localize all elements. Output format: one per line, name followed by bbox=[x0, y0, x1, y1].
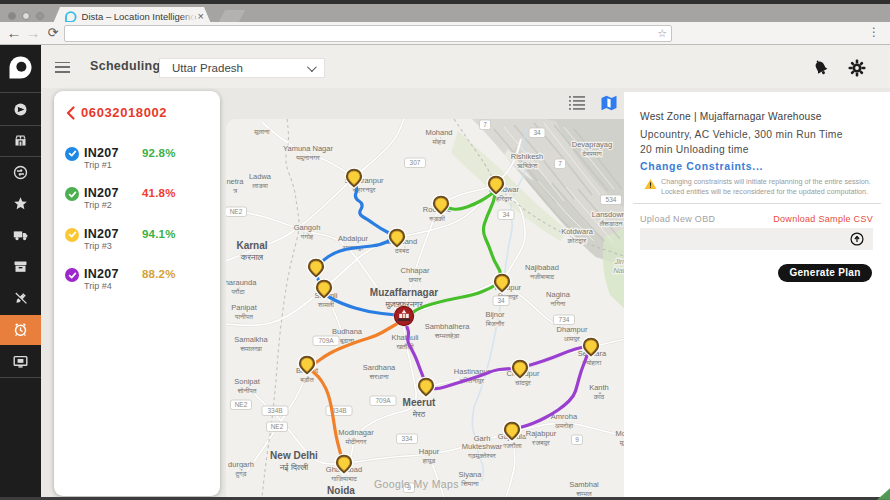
stop-marker[interactable] bbox=[419, 379, 433, 395]
svg-text:मुलाना: मुलाना bbox=[253, 128, 270, 136]
sidebar bbox=[0, 45, 41, 497]
window-maximize-button[interactable] bbox=[36, 12, 44, 20]
svg-text:मोहंड: मोहंड bbox=[432, 137, 447, 144]
stop-marker[interactable] bbox=[317, 281, 331, 297]
stop-marker[interactable] bbox=[434, 197, 448, 213]
change-constraints-link[interactable]: Change Constraints... bbox=[640, 160, 763, 172]
svg-text:Rajabpur: Rajabpur bbox=[526, 429, 557, 438]
svg-text:9: 9 bbox=[575, 436, 579, 443]
sidebar-item-store[interactable] bbox=[0, 126, 41, 156]
download-sample-csv-link[interactable]: Download Sample CSV bbox=[773, 214, 873, 224]
stop-marker[interactable] bbox=[495, 275, 509, 291]
stop-marker[interactable] bbox=[347, 170, 361, 186]
road-badge: 34 bbox=[498, 210, 514, 220]
hamburger-menu-icon[interactable] bbox=[55, 62, 70, 73]
svg-text:Khatauli: Khatauli bbox=[391, 333, 418, 342]
sidebar-item-archive[interactable] bbox=[0, 252, 41, 282]
svg-text:Gangoh: Gangoh bbox=[294, 223, 321, 232]
svg-text:Devaprayag: Devaprayag bbox=[572, 140, 612, 149]
svg-text:गंगोह: गंगोह bbox=[300, 232, 314, 239]
trip-status-check-icon bbox=[65, 268, 79, 282]
window-close-button[interactable] bbox=[8, 12, 16, 20]
sidebar-item-swap-circle[interactable] bbox=[0, 157, 41, 187]
sidebar-divider bbox=[0, 377, 41, 378]
browser-menu-icon[interactable]: ⋮ bbox=[868, 25, 880, 39]
obd-file-input[interactable] bbox=[640, 228, 873, 250]
sidebar-item-screen-share[interactable] bbox=[0, 346, 41, 376]
new-tab-button[interactable] bbox=[219, 10, 245, 22]
sidebar-item-edit-off[interactable] bbox=[0, 283, 41, 313]
stop-marker[interactable] bbox=[513, 361, 527, 377]
map-view-icon[interactable] bbox=[600, 94, 618, 112]
app-header: Scheduling Uttar Pradesh bbox=[41, 45, 890, 88]
trip-row-4[interactable]: IN207 Trip #4 88.2% bbox=[54, 265, 220, 299]
trip-status-check-icon bbox=[65, 147, 79, 161]
svg-text:Mohand: Mohand bbox=[425, 128, 452, 137]
sidebar-item-send-circle[interactable] bbox=[0, 94, 41, 124]
session-id: 06032018002 bbox=[81, 105, 167, 120]
svg-text:Kanth: Kanth bbox=[589, 383, 609, 392]
svg-text:Siyana: Siyana bbox=[459, 470, 483, 479]
trip-row-2[interactable]: IN207 Trip #2 41.8% bbox=[54, 184, 220, 218]
trip-panel: 06032018002 IN207 Trip #1 92.8% IN207 Tr… bbox=[54, 91, 220, 496]
upload-icon[interactable] bbox=[850, 232, 864, 246]
svg-text:सियाना: सियाना bbox=[460, 480, 479, 487]
url-bar[interactable]: ☆ bbox=[64, 25, 672, 42]
svg-text:धामपुर: धामपुर bbox=[564, 335, 581, 343]
sidebar-item-truck[interactable] bbox=[0, 220, 41, 250]
alarm-icon bbox=[13, 322, 28, 337]
trip-row-3[interactable]: IN207 Trip #3 94.1% bbox=[54, 225, 220, 259]
road-badge: 534 bbox=[601, 195, 622, 205]
stop-marker[interactable] bbox=[390, 230, 404, 246]
svg-text:रुड़की: रुड़की bbox=[428, 215, 445, 222]
forward-icon[interactable]: → bbox=[25, 25, 41, 41]
sidebar-item-star[interactable] bbox=[0, 189, 41, 219]
svg-text:समालखा: समालखा bbox=[239, 345, 262, 352]
svg-text:गढ़मुक्तेश्वर: गढ़मुक्तेश्वर bbox=[467, 452, 497, 460]
svg-text:लाडवा: लाडवा bbox=[251, 182, 268, 189]
region-select[interactable]: Uttar Pradesh bbox=[159, 58, 325, 78]
svg-text:709A: 709A bbox=[318, 337, 334, 344]
map-label: Karnalकरनाल bbox=[236, 240, 267, 262]
svg-text:34: 34 bbox=[533, 129, 541, 136]
svg-text:Lansdowne: Lansdowne bbox=[592, 210, 627, 219]
trip-row-1[interactable]: IN207 Trip #1 92.8% bbox=[54, 144, 220, 178]
trip-vehicle-id: IN207 bbox=[84, 227, 119, 241]
notifications-bell-icon[interactable] bbox=[812, 59, 830, 77]
window-minimize-button[interactable] bbox=[22, 12, 30, 20]
road-badge: NE2 bbox=[267, 422, 288, 432]
stop-marker[interactable] bbox=[584, 339, 598, 355]
tab-close-icon[interactable]: × bbox=[198, 11, 204, 22]
svg-text:कोटद्वार: कोटद्वार bbox=[567, 237, 588, 244]
constraints-line-2: 20 min Unloading time bbox=[640, 142, 843, 157]
truck-icon bbox=[13, 228, 28, 243]
stop-marker[interactable] bbox=[337, 456, 351, 472]
list-view-icon[interactable] bbox=[568, 94, 586, 112]
dista-logo[interactable] bbox=[0, 45, 41, 92]
reload-icon[interactable]: ⟳ bbox=[45, 25, 61, 41]
svg-text:Abdalpur: Abdalpur bbox=[338, 234, 369, 243]
svg-text:307: 307 bbox=[410, 159, 421, 166]
back-icon[interactable]: ← bbox=[6, 25, 22, 41]
stop-marker[interactable] bbox=[300, 357, 314, 373]
stop-marker[interactable] bbox=[505, 423, 519, 439]
road-badge: 7 bbox=[555, 159, 566, 169]
constraints-line-1: Upcountry, AC Vehicle, 300 min Run Time bbox=[640, 127, 843, 142]
back-chevron-icon[interactable] bbox=[63, 105, 79, 121]
generate-plan-button[interactable]: Generate Plan bbox=[778, 264, 872, 282]
svg-text:छपार: छपार bbox=[408, 276, 422, 283]
map[interactable]: मुलानाYamuna NagarयमुनानगरLadwaलाडवाnetr… bbox=[226, 119, 627, 497]
svg-text:सरधाना: सरधाना bbox=[368, 373, 388, 380]
bookmark-star-icon[interactable]: ☆ bbox=[657, 27, 667, 40]
stop-marker[interactable] bbox=[309, 260, 323, 276]
road-badge: NE2 bbox=[231, 400, 252, 410]
trip-vehicle-id: IN207 bbox=[84, 186, 119, 200]
stop-marker[interactable] bbox=[489, 177, 503, 193]
warehouse-marker[interactable] bbox=[394, 306, 415, 327]
svg-text:शामली: शामली bbox=[317, 301, 334, 308]
resize-corner bbox=[877, 488, 890, 500]
road-badge: NE2 bbox=[226, 207, 247, 217]
svg-text:Budhana: Budhana bbox=[332, 327, 363, 336]
sidebar-item-alarm[interactable] bbox=[0, 315, 41, 345]
settings-gear-icon[interactable] bbox=[848, 59, 866, 77]
